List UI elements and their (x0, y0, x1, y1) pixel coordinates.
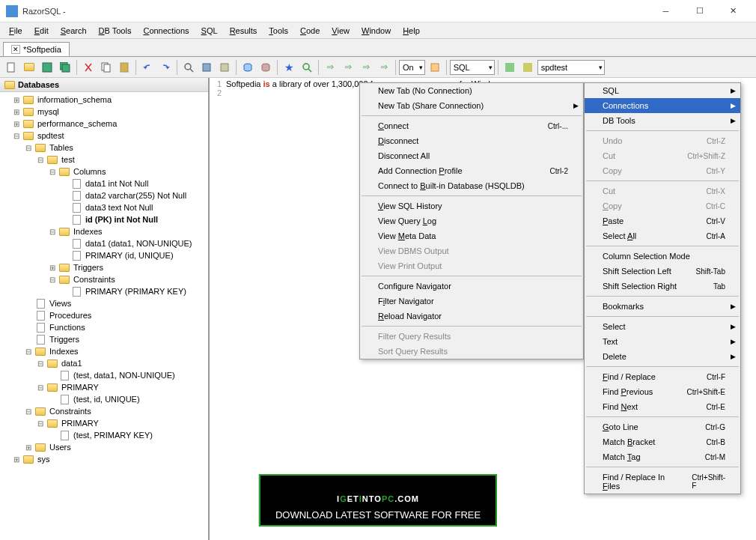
menu-connections[interactable]: Connections (137, 24, 195, 37)
menu-item-find-replace-in-files[interactable]: Find / Replace In FilesCtrl+Shift-F (585, 470, 740, 494)
menu-item-text[interactable]: Text▶ (585, 334, 740, 349)
tree-node[interactable]: PRIMARY (PRIMARY KEY) (0, 285, 208, 297)
tree-toggle[interactable]: ⊟ (24, 348, 33, 356)
tb-db2-icon[interactable] (519, 59, 536, 76)
tb-copy-icon[interactable] (98, 59, 115, 76)
tree-node[interactable]: data1 int Not Null (0, 178, 208, 189)
close-button[interactable]: ✕ (716, 1, 750, 22)
tb-exec-icon[interactable] (427, 59, 443, 76)
menu-item-select-all[interactable]: Select AllCtrl-A (585, 228, 740, 243)
tb-saveall-icon[interactable] (57, 59, 73, 76)
menu-item-new-tab-no-connection-[interactable]: New Tab (No Connection) (360, 83, 583, 98)
tree-toggle[interactable]: ⊞ (48, 264, 57, 272)
tb-connect-icon[interactable] (240, 59, 256, 76)
menu-item-match-bracket[interactable]: Match BracketCtrl-B (585, 434, 740, 449)
tree-node[interactable]: ⊟PRIMARY (0, 417, 208, 429)
tree-node[interactable]: ⊟Tables (0, 142, 208, 154)
menu-item-filter-navigator[interactable]: Filter Navigator (360, 294, 583, 309)
sql-combo[interactable]: SQL (450, 60, 495, 75)
tb-arrow1-icon[interactable]: ⇨ (322, 59, 338, 76)
connection-combo[interactable]: spdtest (537, 60, 605, 75)
tree-toggle[interactable]: ⊟ (36, 419, 45, 428)
menu-item-view-query-log[interactable]: View Query Log (360, 213, 583, 228)
tree-toggle[interactable]: ⊞ (12, 96, 21, 104)
menu-help[interactable]: Help (397, 24, 426, 37)
tree-node[interactable]: data2 varchar(255) Not Null (0, 189, 208, 201)
tree-node[interactable]: ⊞Users (0, 441, 208, 453)
tree-node[interactable]: ⊟PRIMARY (0, 381, 208, 393)
tree-node[interactable]: data1 (data1, NON-UNIQUE) (0, 237, 208, 249)
tree-toggle[interactable]: ⊟ (48, 228, 57, 236)
menu-item-reload-navigator[interactable]: Reload Navigator (360, 309, 583, 324)
tree-toggle[interactable]: ⊟ (24, 407, 33, 416)
tb-search-db-icon[interactable] (299, 59, 315, 76)
tree-node[interactable]: (test, PRIMARY KEY) (0, 429, 208, 441)
menu-item-configure-navigator[interactable]: Configure Navigator (360, 279, 583, 294)
tb-undo-icon[interactable] (139, 59, 156, 76)
menu-edit[interactable]: Edit (28, 24, 55, 37)
tree-node[interactable]: ⊟Constraints (0, 405, 208, 417)
tree-node[interactable]: Procedures (0, 309, 208, 321)
tree-node[interactable]: ⊞Triggers (0, 261, 208, 273)
tree-toggle[interactable]: ⊟ (36, 383, 45, 392)
minimize-button[interactable]: ─ (649, 1, 683, 22)
tree-toggle[interactable]: ⊞ (12, 455, 21, 464)
menu-item-match-tag[interactable]: Match TagCtrl-M (585, 449, 740, 464)
menu-db-tools[interactable]: DB Tools (93, 24, 138, 37)
tree-node[interactable]: Views (0, 297, 208, 309)
tb-disconnect-icon[interactable] (257, 59, 274, 76)
menu-item-new-tab-share-connection-[interactable]: New Tab (Share Connection)▶ (360, 98, 583, 113)
tb-new-icon[interactable] (3, 59, 19, 76)
close-tab-icon[interactable]: ✕ (11, 45, 20, 54)
menu-code[interactable]: Code (294, 24, 326, 37)
tree-toggle[interactable]: ⊟ (12, 132, 21, 140)
tb-redo-icon[interactable] (157, 59, 174, 76)
tree-toggle[interactable]: ⊞ (12, 108, 21, 116)
menu-sql[interactable]: SQL (195, 24, 224, 37)
menu-window[interactable]: Window (356, 24, 397, 37)
tb-macro-icon[interactable] (198, 59, 215, 76)
tb-star-icon[interactable]: ★ (281, 59, 297, 76)
tb-arrow3-icon[interactable]: ⇨ (358, 59, 374, 76)
tree-node[interactable]: ⊞sys (0, 453, 208, 465)
tb-open-icon[interactable] (21, 59, 37, 76)
tree-toggle[interactable]: ⊟ (48, 276, 57, 284)
tree-toggle[interactable]: ⊟ (24, 144, 33, 152)
tree-node[interactable]: (test, data1, NON-UNIQUE) (0, 369, 208, 381)
menu-search[interactable]: Search (55, 24, 93, 37)
tb-db1-icon[interactable] (502, 59, 518, 76)
menu-item-connections[interactable]: Connections▶ (585, 98, 740, 113)
on-combo[interactable]: On (399, 60, 425, 75)
menu-item-db-tools[interactable]: DB Tools▶ (585, 113, 740, 128)
tb-find-icon[interactable] (180, 59, 197, 76)
tree-node[interactable]: id (PK) int Not Null (0, 213, 208, 225)
tb-paste-icon[interactable] (116, 59, 132, 76)
menu-tools[interactable]: Tools (263, 24, 294, 37)
tree-node[interactable]: ⊟Indexes (0, 225, 208, 237)
tree-toggle[interactable]: ⊟ (36, 360, 45, 368)
menu-view[interactable]: View (326, 24, 356, 37)
menu-item-delete[interactable]: Delete▶ (585, 349, 740, 364)
tree-node[interactable]: ⊟test (0, 154, 208, 166)
menu-item-find-previous[interactable]: Find PreviousCtrl+Shift-E (585, 384, 740, 399)
menu-item-sql[interactable]: SQL▶ (585, 83, 740, 98)
tb-save-icon[interactable] (39, 59, 55, 76)
editor-tab[interactable]: ✕ *Softpedia (3, 42, 70, 56)
tree-node[interactable]: (test, id, UNIQUE) (0, 393, 208, 405)
tb-arrow2-icon[interactable]: ⇨ (340, 59, 356, 76)
tree-node[interactable]: ⊞mysql (0, 106, 208, 118)
menu-item-connect[interactable]: ConnectCtrl-... (360, 118, 583, 133)
menu-item-goto-line[interactable]: Goto LineCtrl-G (585, 419, 740, 434)
menu-item-disconnect[interactable]: Disconnect (360, 133, 583, 148)
tree-node[interactable]: Functions (0, 321, 208, 333)
menu-item-shift-selection-left[interactable]: Shift Selection LeftShift-Tab (585, 264, 740, 279)
menu-item-column-selection-mode[interactable]: Column Selection Mode (585, 249, 740, 264)
menu-item-connect-to-built-in-database-hsqldb-[interactable]: Connect to Built-in Database (HSQLDB) (360, 178, 583, 193)
tree-node[interactable]: ⊟spdtest (0, 130, 208, 142)
menu-file[interactable]: File (3, 24, 28, 37)
tree-node[interactable]: ⊟data1 (0, 357, 208, 369)
tree-node[interactable]: ⊞information_schema (0, 94, 208, 106)
tree-node[interactable]: ⊟Constraints (0, 273, 208, 285)
tb-play-icon[interactable] (216, 59, 233, 76)
tree-node[interactable]: ⊟Columns (0, 166, 208, 178)
